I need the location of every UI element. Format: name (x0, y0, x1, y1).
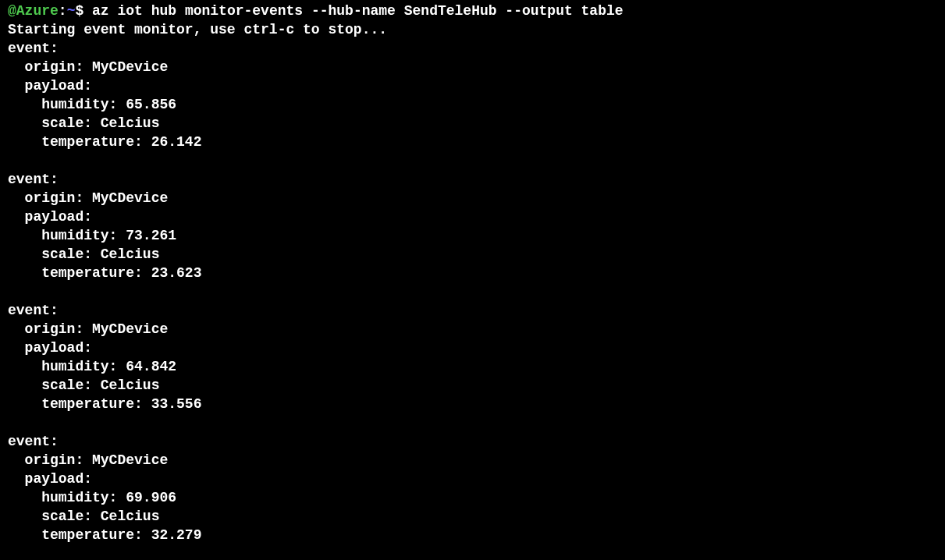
command-text: az iot hub monitor-events --hub-name Sen… (92, 3, 623, 19)
prompt-user-host: @Azure (8, 3, 59, 19)
events-output: event: origin: MyCDevice payload: humidi… (8, 39, 937, 544)
prompt-path: ~ (67, 3, 76, 19)
prompt-separator: : (59, 3, 67, 19)
terminal-window[interactable]: @Azure:~$ az iot hub monitor-events --hu… (0, 0, 945, 546)
prompt-symbol: $ (75, 3, 83, 19)
start-message: Starting event monitor, use ctrl-c to st… (8, 22, 387, 37)
